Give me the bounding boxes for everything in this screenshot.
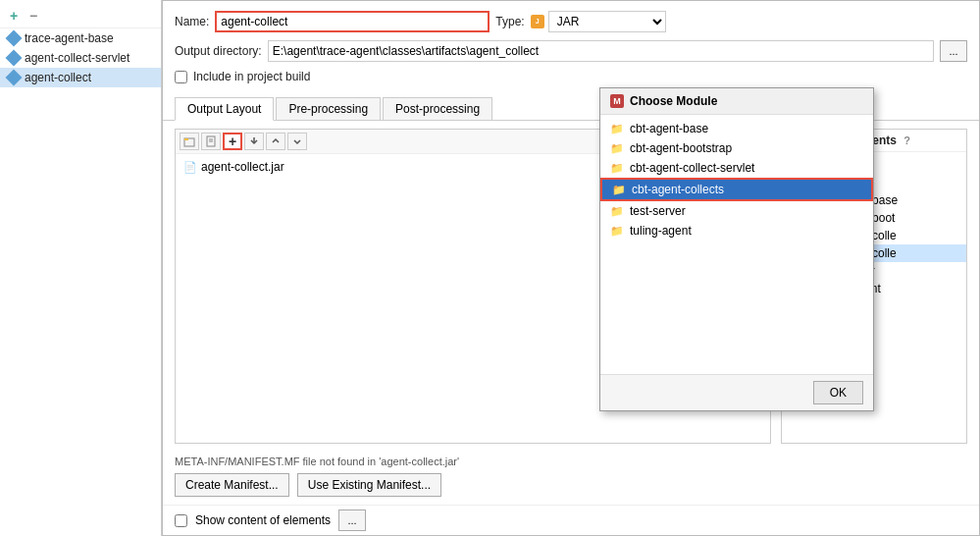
browse-button[interactable]: ...	[940, 40, 967, 62]
form-area: Name: Type: J JAR Output directory: ... …	[163, 1, 979, 97]
tab-pre-processing[interactable]: Pre-processing	[276, 97, 381, 120]
use-existing-manifest-button[interactable]: Use Existing Manifest...	[297, 473, 441, 497]
include-project-build-label: Include in project build	[193, 70, 310, 83]
popup-item-cbt-agent-collects[interactable]: 📁 cbt-agent-collects	[600, 178, 873, 201]
popup-title: Choose Module	[630, 94, 717, 108]
popup-item-cbt-agent-collect-servlet-label: cbt-agent-collect-servlet	[630, 161, 754, 175]
output-dir-input[interactable]	[268, 40, 934, 62]
move-up-button[interactable]	[266, 133, 285, 150]
folder-icon: 📁	[610, 162, 624, 175]
popup-module-list: 📁 cbt-agent-base 📁 cbt-agent-bootstrap 📁…	[600, 115, 873, 374]
name-label: Name:	[175, 15, 209, 28]
module-icon	[6, 30, 23, 47]
sidebar-item-agent-collect[interactable]: agent-collect	[0, 68, 161, 87]
popup-item-cbt-agent-collects-label: cbt-agent-collects	[632, 183, 724, 196]
move-down-button[interactable]	[287, 133, 307, 150]
main-content-panel: Name: Type: J JAR Output directory: ... …	[162, 0, 980, 536]
popup-item-cbt-agent-collect-servlet[interactable]: 📁 cbt-agent-collect-servlet	[600, 158, 873, 178]
show-content-options-button[interactable]: ...	[338, 509, 366, 531]
add-directory-button[interactable]	[180, 133, 199, 150]
module-icon	[6, 70, 23, 86]
extract-button[interactable]	[244, 133, 264, 150]
manifest-warning: META-INF/MANIFEST.MF file not found in '…	[175, 456, 967, 467]
popup-footer: OK	[600, 374, 873, 410]
tab-post-processing[interactable]: Post-processing	[383, 97, 492, 120]
popup-item-test-server-label: test-server	[630, 204, 686, 218]
popup-item-tuling-agent-label: tuling-agent	[630, 224, 692, 238]
popup-item-cbt-agent-bootstrap-label: cbt-agent-bootstrap	[630, 141, 732, 155]
add-file-button[interactable]	[201, 133, 221, 150]
sidebar-item-trace-agent-base[interactable]: trace-agent-base	[0, 28, 161, 48]
show-content-label: Show content of elements	[195, 513, 331, 527]
include-project-build-row: Include in project build	[175, 70, 967, 83]
show-content-checkbox[interactable]	[175, 514, 187, 527]
type-label: Type:	[495, 15, 524, 28]
popup-item-cbt-agent-base[interactable]: 📁 cbt-agent-base	[600, 119, 873, 138]
folder-icon: 📁	[610, 142, 624, 155]
create-manifest-button[interactable]: Create Manifest...	[175, 473, 289, 497]
sidebar-toolbar: + −	[0, 4, 161, 28]
folder-icon: 📁	[612, 184, 626, 196]
add-artifact-button[interactable]: +	[6, 8, 22, 24]
popup-item-tuling-agent[interactable]: 📁 tuling-agent	[600, 221, 873, 241]
tab-output-layout[interactable]: Output Layout	[175, 97, 274, 121]
choose-module-dialog: M Choose Module 📁 cbt-agent-base 📁 cbt-a…	[599, 87, 874, 411]
popup-item-cbt-agent-base-label: cbt-agent-base	[630, 122, 708, 135]
tree-item-label: agent-collect.jar	[201, 160, 284, 174]
help-icon[interactable]: ?	[900, 133, 914, 148]
folder-icon: 📁	[610, 205, 624, 218]
svg-rect-1	[184, 138, 188, 140]
footer-row: Show content of elements ...	[163, 505, 979, 535]
popup-icon: M	[610, 94, 624, 108]
sidebar-item-agent-collect-servlet[interactable]: agent-collect-servlet	[0, 48, 161, 68]
jar-type-icon: J	[531, 15, 544, 28]
popup-item-test-server[interactable]: 📁 test-server	[600, 201, 873, 221]
output-dir-label: Output directory:	[175, 44, 262, 58]
popup-header: M Choose Module	[600, 88, 873, 115]
sidebar-label-agent-collect-servlet: agent-collect-servlet	[25, 51, 129, 65]
add-element-button[interactable]: +	[223, 133, 242, 150]
name-row: Name: Type: J JAR	[175, 11, 967, 32]
name-input[interactable]	[215, 11, 490, 32]
include-project-build-checkbox[interactable]	[175, 71, 187, 83]
sidebar: + − trace-agent-base agent-collect-servl…	[0, 0, 162, 536]
sidebar-label-agent-collect: agent-collect	[25, 71, 91, 84]
folder-icon: 📁	[610, 225, 624, 238]
output-dir-row: Output directory: ...	[175, 40, 967, 62]
bottom-buttons: Create Manifest... Use Existing Manifest…	[175, 473, 967, 497]
folder-icon: 📁	[610, 123, 624, 135]
bottom-area: META-INF/MANIFEST.MF file not found in '…	[163, 452, 979, 505]
module-icon	[6, 50, 23, 67]
type-select[interactable]: JAR	[548, 11, 666, 32]
main-container: + − trace-agent-base agent-collect-servl…	[0, 0, 980, 536]
popup-item-cbt-agent-bootstrap[interactable]: 📁 cbt-agent-bootstrap	[600, 138, 873, 158]
popup-ok-button[interactable]: OK	[813, 381, 863, 404]
jar-file-icon: 📄	[183, 161, 197, 174]
remove-artifact-button[interactable]: −	[26, 8, 41, 24]
sidebar-label-trace-agent-base: trace-agent-base	[25, 31, 114, 45]
